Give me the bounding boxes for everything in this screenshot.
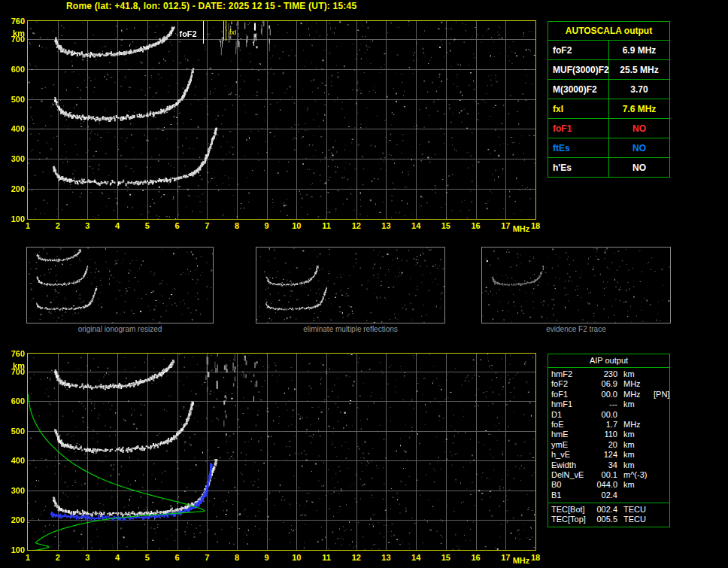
x-axis-label: 15	[437, 221, 455, 230]
x-axis-label: 10	[287, 221, 305, 230]
parameter-value: NO	[609, 119, 670, 138]
x-axis-label: 4	[108, 221, 126, 230]
parameter-unit: km	[623, 460, 654, 470]
autoscala-row: foF1NO	[548, 119, 670, 138]
autoscala-row: foF26.9 MHz	[548, 41, 670, 60]
aip-row: foF206.9MHz	[548, 379, 669, 389]
parameter-unit: MHz	[623, 420, 654, 430]
autoscala-row: M(3000)F23.70	[548, 80, 670, 99]
x-axis-label: 8	[228, 553, 246, 562]
parameter-value: 00.0	[590, 390, 617, 399]
x-axis-label: 4	[108, 553, 126, 562]
autoscala-screen: Rome (lat: +41.8, lon: 012.5) - DATE: 20…	[0, 0, 728, 568]
parameter-unit: TECU	[623, 515, 654, 524]
parameter-name: foF2	[551, 379, 590, 389]
x-axis-unit: MHz	[510, 224, 532, 233]
aip-row: TEC[Top]005.5TECU	[548, 515, 669, 524]
y-axis-unit: km	[2, 361, 25, 370]
y-axis-label: 600	[2, 396, 25, 405]
parameter-value: 110	[590, 430, 617, 439]
y-axis-label: 200	[2, 515, 25, 524]
x-axis-label: 12	[347, 221, 366, 230]
parameter-unit: km	[623, 450, 654, 460]
aip-row: B0044.0km	[548, 480, 669, 490]
thumbnail-caption-eliminate: eliminate multiple reflections	[256, 325, 445, 333]
parameter-unit: MHz	[623, 379, 654, 389]
aip-row: hmF1---km	[548, 399, 669, 409]
parameter-value: NO	[609, 158, 670, 178]
parameter-name: ymE	[551, 440, 590, 450]
parameter-unit	[623, 491, 654, 500]
autoscala-row: fxI7.6 MHz	[548, 99, 670, 119]
x-axis-label: 15	[437, 553, 455, 562]
thumbnail-evidence-canvas	[482, 248, 670, 323]
parameter-value: 124	[590, 450, 617, 460]
y-axis-label: 200	[2, 184, 25, 193]
parameter-note	[654, 410, 666, 420]
y-axis-label: 500	[2, 427, 25, 436]
parameter-value: 6.9 MHz	[609, 41, 670, 60]
parameter-value: ---	[590, 399, 617, 409]
parameter-value: 230	[590, 369, 617, 379]
x-axis-label: 7	[198, 221, 216, 230]
aip-row: Ewidth34km	[548, 460, 669, 470]
parameter-name: M(3000)F2	[548, 80, 609, 99]
aip-row: D100.0	[548, 410, 669, 420]
parameter-name: h'Es	[548, 158, 609, 178]
parameter-name: DelN_vE	[551, 470, 590, 480]
parameter-note	[654, 505, 666, 515]
parameter-note	[654, 399, 666, 409]
page-title: Rome (lat: +41.8, lon: 012.5) - DATE: 20…	[66, 1, 356, 11]
aip-row: ymE20km	[548, 440, 669, 450]
parameter-value: 34	[590, 460, 617, 470]
x-axis-label: 16	[467, 553, 485, 562]
x-axis-label: 7	[198, 553, 216, 562]
parameter-name: hmE	[551, 430, 590, 439]
parameter-value: 02.4	[590, 491, 617, 500]
parameter-unit: km	[623, 430, 654, 439]
x-axis-label: 10	[287, 553, 305, 562]
parameter-name: ftEs	[548, 138, 609, 158]
parameter-value: 06.9	[590, 379, 617, 389]
x-axis-label: 13	[377, 221, 395, 230]
parameter-name: TEC[Top]	[551, 515, 590, 524]
thumbnail-caption-evidence: evidence F2 trace	[481, 325, 671, 333]
main-ionogram-panel	[27, 20, 536, 220]
parameter-unit: km	[623, 369, 654, 379]
aip-row: DelN_vE00.1m^(-3)	[548, 470, 669, 480]
parameter-value: 00.0	[590, 410, 617, 420]
parameter-name: h_vE	[551, 450, 590, 460]
y-axis-label: 500	[2, 95, 25, 104]
x-axis-label: 13	[377, 553, 395, 562]
parameter-note	[654, 515, 666, 524]
parameter-unit: m^(-3)	[623, 470, 654, 480]
autoscala-row: h'EsNO	[548, 158, 670, 178]
x-axis-label: 8	[228, 221, 246, 230]
profile-ionogram-canvas	[28, 354, 535, 550]
parameter-value: 1.7	[590, 420, 617, 430]
parameter-unit: km	[623, 480, 654, 490]
y-axis-label: 300	[2, 154, 25, 163]
aip-tec-section: TEC[Bot]002.4TECUTEC[Top]005.5TECU	[548, 503, 669, 525]
aip-output-panel: AIP output hmF2230kmfoF206.9MHzfoF100.0M…	[548, 354, 670, 527]
x-axis-label: 3	[78, 553, 96, 562]
thumbnail-eliminate-reflections	[256, 247, 445, 323]
x-axis-label: 14	[407, 553, 425, 562]
parameter-unit	[623, 410, 654, 420]
y-axis-label: 400	[2, 124, 25, 133]
x-axis-label: 11	[317, 553, 335, 562]
aip-parameter-list: hmF2230kmfoF206.9MHzfoF100.0MHz[PN]hmF1-…	[548, 368, 669, 500]
autoscala-output-table: AUTOSCALA output foF26.9 MHzMUF(3000)F22…	[548, 21, 670, 178]
parameter-value: 00.1	[590, 470, 617, 480]
thumbnail-original-canvas	[27, 248, 213, 323]
autoscala-table-header: AUTOSCALA output	[548, 22, 670, 41]
x-axis-label: 6	[168, 221, 187, 230]
parameter-name: B1	[551, 491, 590, 500]
parameter-name: hmF1	[551, 399, 590, 409]
thumbnail-original-ionogram	[26, 247, 214, 323]
x-axis-label: 3	[78, 221, 96, 230]
parameter-name: foE	[551, 420, 590, 430]
parameter-unit: TECU	[623, 505, 654, 515]
parameter-unit: km	[623, 399, 654, 409]
parameter-note	[654, 369, 666, 379]
